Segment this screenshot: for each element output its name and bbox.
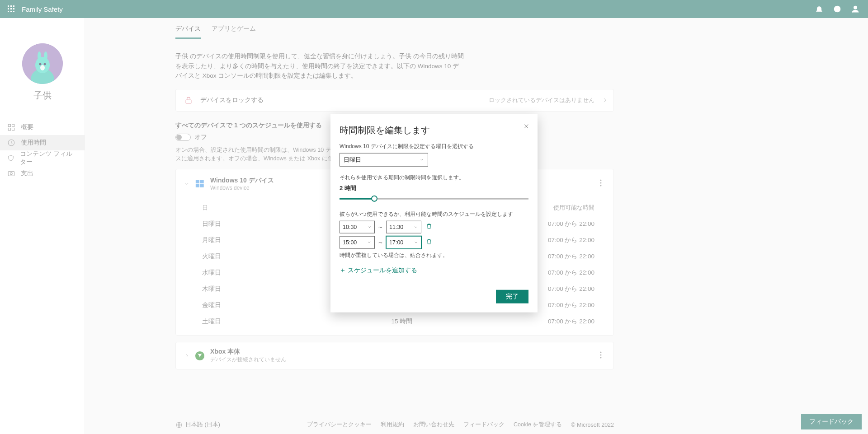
chevron-down-icon (420, 157, 424, 162)
chevron-down-icon (367, 224, 372, 229)
time-from-select[interactable]: 10:30 (340, 220, 375, 233)
label-limit: それらを使用できる期間の制限時間を選択します。 (340, 173, 528, 181)
plus-icon (340, 267, 346, 273)
time-to-select[interactable]: 11:30 (386, 220, 421, 233)
label-select-day: Windows 10 デバイスに制限を設定する曜日を選択する (340, 142, 528, 150)
slider-value: 2 時間 (340, 184, 528, 192)
delete-range-icon[interactable] (424, 237, 434, 248)
delete-range-icon[interactable] (424, 221, 434, 233)
add-schedule-button[interactable]: スケジュールを追加する (340, 266, 528, 274)
edit-time-limit-modal: 時間制限を編集します Windows 10 デバイスに制限を設定する曜日を選択す… (330, 114, 538, 312)
time-limit-slider[interactable] (340, 195, 528, 203)
time-range-row: 15:00～17:00 (340, 236, 528, 248)
time-to-select[interactable]: 17:00 (386, 236, 421, 248)
overlap-note: 時間が重複している場合は、結合されます。 (340, 251, 528, 259)
chevron-down-icon (367, 240, 372, 244)
done-button[interactable]: 完了 (496, 289, 528, 303)
chevron-down-icon (414, 240, 418, 244)
time-range-row: 10:30～11:30 (340, 220, 528, 233)
close-icon[interactable] (521, 121, 531, 132)
modal-title: 時間制限を編集します (340, 124, 528, 136)
day-select[interactable]: 日曜日 (340, 153, 428, 166)
time-from-select[interactable]: 15:00 (340, 236, 375, 248)
chevron-down-icon (414, 224, 418, 229)
label-schedule: 彼らがいつ使用できるか、利用可能な時間のスケジュールを設定します (340, 210, 528, 218)
